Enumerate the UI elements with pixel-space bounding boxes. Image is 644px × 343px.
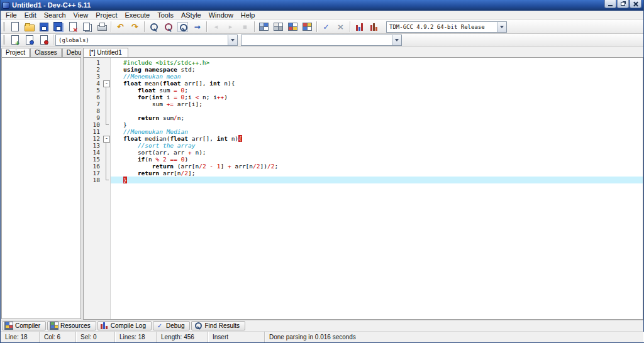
- menu-execute[interactable]: Execute: [121, 11, 153, 20]
- code-line-11[interactable]: 11//Menemukan Median: [84, 128, 643, 135]
- insert-snippet-button[interactable]: [8, 34, 22, 46]
- new-file-button[interactable]: [8, 21, 22, 33]
- code-line-10[interactable]: 10}: [84, 121, 643, 128]
- minimize-button[interactable]: [604, 0, 616, 8]
- redo-button[interactable]: ↷: [128, 21, 142, 33]
- open-file-button[interactable]: [22, 21, 36, 33]
- back-button[interactable]: ◂: [209, 21, 223, 33]
- close-file-button[interactable]: [65, 21, 80, 33]
- members-combobox[interactable]: [241, 35, 402, 46]
- delete-profiling-button[interactable]: [367, 21, 381, 33]
- close-button[interactable]: [630, 0, 641, 8]
- compile-button[interactable]: [257, 21, 271, 33]
- menu-edit[interactable]: Edit: [21, 11, 40, 20]
- line-number[interactable]: 4: [84, 80, 101, 87]
- compiler-combobox[interactable]: TDM-GCC 4.9.2 64-bit Release: [386, 21, 507, 33]
- restore-button[interactable]: [617, 0, 629, 8]
- globals-combobox[interactable]: (globals): [55, 35, 238, 46]
- print-button[interactable]: [94, 21, 109, 33]
- line-number[interactable]: 10: [84, 121, 101, 128]
- menu-project[interactable]: Project: [92, 11, 121, 20]
- line-number[interactable]: 8: [84, 107, 101, 114]
- code-line-9[interactable]: 9 return sum/n;: [84, 114, 643, 121]
- menu-tools[interactable]: Tools: [153, 11, 177, 20]
- chevron-down-icon[interactable]: [392, 35, 401, 45]
- fold-margin: [101, 149, 111, 156]
- line-number[interactable]: 7: [84, 101, 101, 107]
- line-number[interactable]: 11: [84, 128, 101, 135]
- find-in-files-button[interactable]: [175, 21, 190, 33]
- code-line-5[interactable]: 5 float sum = 0;: [84, 87, 643, 94]
- line-number[interactable]: 1: [84, 59, 101, 66]
- line-number[interactable]: 17: [84, 170, 101, 177]
- replace-button[interactable]: [161, 21, 175, 33]
- goto-declaration-button[interactable]: ▪: [238, 21, 252, 33]
- bottom-tab-find-results[interactable]: Find Results: [191, 321, 245, 330]
- fold-toggle-icon[interactable]: [101, 135, 111, 142]
- find-button[interactable]: [147, 21, 161, 33]
- line-number[interactable]: 12: [84, 135, 101, 142]
- menu-search[interactable]: Search: [40, 11, 70, 20]
- code-area[interactable]: 1#include <bits/stdc++.h>2using namespac…: [83, 57, 643, 320]
- code-line-16[interactable]: 16 return (arr[n/2 - 1] + arr[n/2])/2;: [84, 163, 643, 170]
- code-line-8[interactable]: 8: [84, 107, 643, 114]
- profile-analysis-button[interactable]: [352, 21, 367, 33]
- code-line-6[interactable]: 6 for(int i = 0;i < n; i++): [84, 94, 643, 101]
- line-number[interactable]: 9: [84, 114, 101, 121]
- menu-help[interactable]: Help: [237, 11, 259, 20]
- line-number[interactable]: 5: [84, 87, 101, 94]
- run-button[interactable]: [271, 21, 286, 33]
- fold-toggle-icon[interactable]: [101, 80, 111, 87]
- line-number[interactable]: 13: [84, 142, 101, 149]
- code-line-3[interactable]: 3//Menemukan mean: [84, 73, 643, 80]
- code-line-18[interactable]: 18}: [84, 177, 643, 183]
- forward-button[interactable]: ▸: [223, 21, 238, 33]
- syntax-check-button[interactable]: ✓: [319, 21, 333, 33]
- restore-icon: [621, 2, 625, 6]
- tab-classes[interactable]: Classes: [30, 48, 62, 57]
- undo-button[interactable]: ↶: [113, 21, 128, 33]
- code-line-15[interactable]: 15 if(n % 2 == 0): [84, 156, 643, 163]
- chevron-down-icon[interactable]: [228, 35, 237, 45]
- toolbar-grip[interactable]: [3, 35, 5, 45]
- abort-compilation-button[interactable]: ×: [333, 21, 348, 33]
- line-number[interactable]: 6: [84, 94, 101, 101]
- save-all-button[interactable]: [51, 21, 65, 33]
- project-tree[interactable]: [1, 57, 81, 319]
- tab-project[interactable]: Project: [1, 48, 30, 57]
- goto-bookmark-button[interactable]: [36, 34, 51, 46]
- code-line-4[interactable]: 4float mean(float arr[], int n){: [84, 80, 643, 87]
- toggle-bookmark-button[interactable]: [22, 34, 36, 46]
- editor-tab-untitled1[interactable]: [*] Untitled1: [83, 48, 128, 57]
- menu-file[interactable]: File: [2, 11, 21, 20]
- app-icon[interactable]: [3, 2, 9, 9]
- code-line-13[interactable]: 13 //sort the array: [84, 142, 643, 149]
- bottom-tab-debug[interactable]: ✓Debug: [153, 321, 190, 330]
- code-line-1[interactable]: 1#include <bits/stdc++.h>: [84, 59, 643, 66]
- line-number[interactable]: 2: [84, 66, 101, 73]
- line-number[interactable]: 16: [84, 163, 101, 170]
- code-line-14[interactable]: 14 sort(arr, arr + n);: [84, 149, 643, 156]
- code-line-2[interactable]: 2using namespace std;: [84, 66, 643, 73]
- bottom-tab-compiler[interactable]: Compiler: [2, 321, 46, 330]
- menu-astyle[interactable]: AStyle: [177, 11, 205, 20]
- code-text: //sort the array: [111, 142, 643, 149]
- save-button[interactable]: [36, 21, 51, 33]
- code-line-7[interactable]: 7 sum += arr[i];: [84, 101, 643, 107]
- menu-view[interactable]: View: [70, 11, 92, 20]
- code-line-17[interactable]: 17 return arr[n/2];: [84, 170, 643, 177]
- chevron-down-icon[interactable]: [497, 22, 506, 32]
- goto-line-button[interactable]: →: [190, 21, 204, 33]
- line-number[interactable]: 18: [84, 177, 101, 183]
- line-number[interactable]: 3: [84, 73, 101, 80]
- compile-and-run-button[interactable]: [286, 21, 300, 33]
- bottom-tab-compile-log[interactable]: Compile Log: [97, 321, 152, 330]
- menu-window[interactable]: Window: [205, 11, 237, 20]
- toolbar-grip[interactable]: [3, 22, 5, 31]
- line-number[interactable]: 14: [84, 149, 101, 156]
- bottom-tab-resources[interactable]: Resources: [47, 321, 96, 330]
- close-all-button[interactable]: [80, 21, 94, 33]
- line-number[interactable]: 15: [84, 156, 101, 163]
- code-line-12[interactable]: 12float median(float arr[], int n){: [84, 135, 643, 142]
- rebuild-all-button[interactable]: [300, 21, 314, 33]
